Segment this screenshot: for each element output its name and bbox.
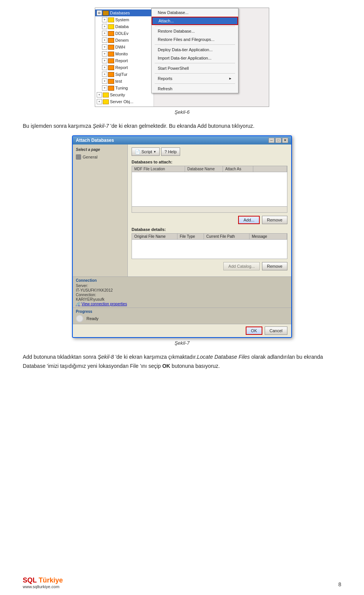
dialog-titlebar: Attach Databases ─ □ ✕	[73, 136, 291, 144]
link-text: View connection properties	[82, 302, 127, 306]
figure-1-caption: Şekil-6	[174, 109, 190, 115]
menu-item-restore-db[interactable]: Restore Database...	[152, 27, 238, 35]
table-footer	[132, 206, 287, 212]
menu-item-import[interactable]: Import Data-tier Application...	[152, 54, 238, 62]
figure-ref-7: Şekil-7	[93, 123, 109, 129]
attach-databases-dialog: Attach Databases ─ □ ✕ Select a page Gen…	[72, 135, 292, 338]
folder-icon	[103, 11, 109, 16]
details-header: Original File Name File Type Current Fil…	[132, 234, 287, 240]
menu-separator	[155, 44, 235, 45]
view-connection-link[interactable]: 🔗 View connection properties	[76, 302, 288, 306]
menu-item-new-database[interactable]: New Database...	[152, 8, 238, 17]
tree-label: SqlTur	[115, 72, 127, 77]
menu-item-powershell[interactable]: Start PowerShell	[152, 64, 238, 72]
connection-icon: 🔗	[76, 302, 80, 306]
brand-turkiye-text: Türkiye	[39, 576, 63, 584]
connection-label-row: Connection:	[76, 293, 288, 297]
menu-item-deploy[interactable]: Deploy Data-tier Application...	[152, 46, 238, 54]
progress-section: Progress Ready	[73, 308, 291, 324]
cancel-button[interactable]: Cancel	[265, 327, 287, 335]
close-button[interactable]: ✕	[282, 138, 288, 143]
tree-label: Server Obj...	[110, 99, 133, 104]
tree-item: + DDLEv	[95, 30, 154, 37]
tree-item-databases: ⊞ Databases	[95, 9, 154, 16]
menu-item-attach[interactable]: Attach...	[152, 17, 238, 25]
remove-button[interactable]: Remove	[262, 216, 287, 224]
details-label: Database details:	[132, 227, 287, 232]
maximize-button[interactable]: □	[275, 138, 281, 143]
menu-separator	[155, 63, 235, 63]
folder-icon	[108, 31, 114, 36]
expand-icon: +	[102, 78, 107, 84]
connection-value-row: KARIYER\yusufk	[76, 297, 288, 301]
brand-title: SQL Türkiye	[23, 576, 63, 584]
tree-item: + Report	[95, 64, 154, 71]
footer-brand: SQL Türkiye www.sqlturkiye.com	[23, 576, 63, 589]
ok-button[interactable]: OK	[246, 327, 262, 335]
tree-label: Security	[110, 93, 125, 97]
remove-catalog-button[interactable]: Remove	[262, 262, 287, 270]
spinner-icon	[76, 315, 83, 322]
menu-item-reports[interactable]: Reports ►	[152, 74, 238, 83]
server-value: IT-YUSUFK\YKK2012	[76, 288, 113, 292]
tree-item-label: Databases	[110, 11, 130, 15]
menu-separator	[155, 26, 235, 26]
expand-icon: ⊞	[97, 10, 102, 16]
menu-item-refresh[interactable]: Refresh	[152, 85, 238, 93]
menu-item-label: New Database...	[158, 10, 188, 15]
help-label: Help	[168, 149, 177, 154]
context-menu: New Database... Attach... Restore Databa…	[151, 8, 238, 93]
tree-item: + System	[95, 16, 154, 23]
progress-status: Ready	[86, 316, 99, 321]
menu-item-label: Deploy Data-tier Application...	[158, 47, 213, 52]
dialog-sidebar: Select a page General	[73, 144, 128, 276]
menu-item-label: Start PowerShell	[158, 66, 189, 71]
dialog-footer-buttons: OK Cancel	[73, 324, 291, 337]
attach-table: MDF File Location Database Name Attach A…	[132, 166, 287, 213]
sidebar-item-label: General	[83, 155, 97, 159]
dropdown-arrow-icon: ▼	[153, 150, 156, 154]
sidebar-general-item[interactable]: General	[73, 153, 127, 161]
add-catalog-button[interactable]: Add Catalog...	[223, 262, 260, 270]
ok-text: OK	[162, 363, 170, 369]
menu-item-label: Attach...	[158, 19, 174, 23]
expand-icon: +	[102, 85, 107, 91]
add-button[interactable]: Add...	[238, 216, 260, 224]
brand-url: www.sqlturkiye.com	[23, 584, 60, 589]
script-icon: 📄	[135, 149, 140, 154]
dialog-content: Select a page General 📄 Script ▼	[73, 144, 291, 276]
attach-label: Databases to attach:	[132, 160, 287, 164]
folder-icon	[103, 99, 109, 104]
help-button[interactable]: ? Help	[161, 148, 180, 156]
progress-row: Ready	[76, 315, 288, 322]
folder-icon	[108, 86, 114, 91]
folder-icon	[108, 24, 114, 29]
select-page-header: Select a page	[73, 148, 127, 153]
gear-icon	[76, 154, 81, 160]
minimize-button[interactable]: ─	[268, 138, 275, 143]
folder-icon	[108, 45, 114, 50]
table-body	[132, 172, 287, 206]
tree-item: + DWH	[95, 44, 154, 50]
dialog-main-area: 📄 Script ▼ ? Help Databases to attach:	[128, 144, 291, 276]
menu-item-label: Restore Database...	[158, 29, 195, 33]
expand-icon: +	[102, 58, 107, 63]
menu-item-restore-files[interactable]: Restore Files and Filegroups...	[152, 35, 238, 44]
tree-item-security: + Security	[95, 91, 154, 98]
tree-item: + Databa	[95, 23, 154, 30]
page-number: 8	[338, 581, 341, 587]
progress-header: Progress	[76, 309, 288, 314]
menu-item-label: Restore Files and Filegroups...	[158, 37, 215, 42]
tree-label: Report	[115, 58, 128, 63]
catalog-buttons: Add Catalog... Remove	[132, 262, 287, 270]
col-dbname: Database Name	[185, 166, 223, 172]
brand-sql-text: SQL	[23, 576, 37, 584]
tree-label: test	[115, 79, 122, 83]
tree-item: + Denem	[95, 37, 154, 44]
menu-item-label: Import Data-tier Application...	[158, 56, 212, 60]
script-button[interactable]: 📄 Script ▼	[132, 148, 160, 156]
server-value-row: IT-YUSUFK\YKK2012	[76, 288, 288, 292]
expand-icon: +	[102, 38, 107, 43]
expand-icon: +	[102, 65, 107, 70]
context-menu-screenshot: ⊞ Databases + System + Databa	[95, 8, 269, 107]
